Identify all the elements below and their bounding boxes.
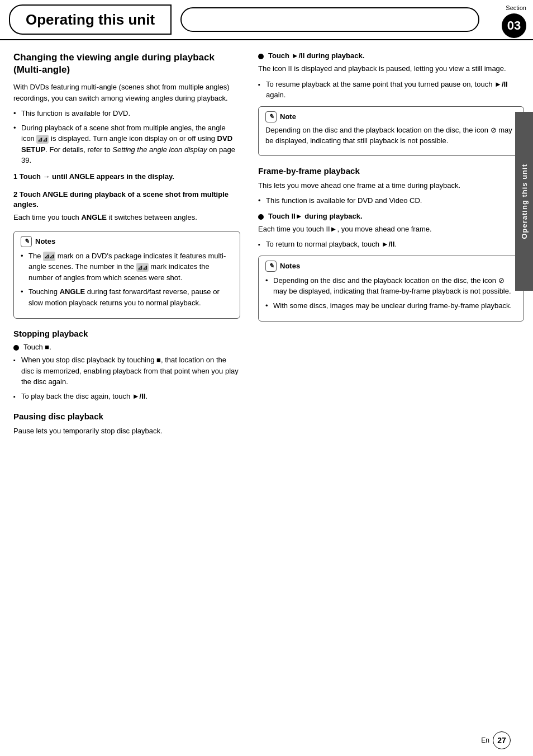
frame-square-list: To return to normal playback, touch ►/II…: [258, 239, 524, 250]
list-item: Touching ANGLE during fast forward/fast …: [21, 286, 233, 308]
notes-icon2: ✎: [265, 261, 277, 272]
frame-circle-text: Touch II► during playback.: [268, 212, 363, 220]
frame-intro: This lets you move ahead one frame at a …: [258, 180, 524, 191]
list-item: The ⊿⊿ mark on a DVD's package indicates…: [21, 251, 233, 284]
section1-heading: Changing the viewing angle during playba…: [13, 51, 240, 76]
pause-circle-text: Touch ►/II during playback.: [268, 51, 364, 60]
list-item: To resume playback at the same point tha…: [258, 79, 524, 101]
step2: 2 Touch ANGLE during playback of a scene…: [13, 190, 240, 223]
main-content: Changing the viewing angle during playba…: [0, 40, 533, 452]
bullet-dot: [258, 54, 264, 59]
footer-lang: En: [481, 736, 489, 744]
left-column: Changing the viewing angle during playba…: [13, 51, 254, 441]
list-item: Depending on the disc and the playback l…: [265, 275, 517, 297]
section1-notes-box: ✎ Notes The ⊿⊿ mark on a DVD's package i…: [13, 231, 240, 319]
frame-bullets: This function is available for DVD and V…: [258, 195, 524, 206]
header-center-pill: [180, 7, 479, 32]
footer-page-number: 27: [493, 731, 511, 749]
step1: 1 Touch → until ANGLE appears in the dis…: [13, 172, 240, 182]
list-item: When you stop disc playback by touching …: [13, 355, 240, 388]
frame-notes-list: Depending on the disc and the playback l…: [265, 275, 517, 311]
list-item: This function is available for DVD.: [13, 108, 240, 119]
stop-circle-bullet: Touch ■.: [13, 343, 240, 351]
section1-bullets: This function is available for DVD. Duri…: [13, 108, 240, 166]
section2-square-list: When you stop disc playback by touching …: [13, 355, 240, 401]
list-item: This function is available for DVD and V…: [258, 195, 524, 206]
page-title: Operating this unit: [26, 11, 155, 29]
step2-heading: 2 Touch ANGLE during playback of a scene…: [13, 190, 240, 210]
section-label: Section: [506, 4, 526, 11]
bullet-dot: [13, 345, 19, 351]
pause-note-title: ✎ Note: [265, 111, 517, 122]
section1-notes-list: The ⊿⊿ mark on a DVD's package indicates…: [21, 251, 233, 309]
header-center: [172, 0, 488, 39]
angle-icon-small2: ⊿⊿: [136, 263, 149, 272]
pause-circle-bullet: Touch ►/II during playback.: [258, 51, 524, 60]
angle-icon-small: ⊿⊿: [43, 252, 55, 261]
list-item: During playback of a scene shot from mul…: [13, 122, 240, 166]
page-footer: En 27: [481, 731, 511, 749]
note-icon: ✎: [265, 111, 277, 122]
frame-body1: Each time you touch II►, you move ahead …: [258, 224, 524, 235]
section-number: 03: [502, 13, 526, 38]
step1-heading: 1 Touch → until ANGLE appears in the dis…: [13, 172, 240, 182]
page-header: Operating this unit Section 03: [0, 0, 533, 40]
list-item: With some discs, images may be unclear d…: [265, 300, 517, 311]
notes-icon: ✎: [21, 236, 32, 247]
pause-body1: The icon II is displayed and playback is…: [258, 63, 524, 74]
pause-note-box: ✎ Note Depending on the disc and the pla…: [258, 106, 524, 156]
frame-notes-box: ✎ Notes Depending on the disc and the pl…: [258, 256, 524, 322]
right-column: Touch ►/II during playback. The icon II …: [254, 51, 524, 441]
bullet-dot: [258, 214, 264, 220]
frame-notes-title: ✎ Notes: [265, 261, 517, 272]
section1-intro: With DVDs featuring multi-angle (scenes …: [13, 82, 240, 103]
frame-section-heading: Frame-by-frame playback: [258, 166, 524, 176]
section2-heading: Stopping playback: [13, 329, 240, 338]
section1-notes-title: ✎ Notes: [21, 236, 233, 247]
section3-heading: Pausing disc playback: [13, 412, 240, 421]
section3-intro: Pause lets you temporarily stop disc pla…: [13, 426, 240, 437]
frame-circle-bullet: Touch II► during playback.: [258, 212, 524, 220]
list-item: To return to normal playback, touch ►/II…: [258, 239, 524, 250]
step2-body: Each time you touch ANGLE it switches be…: [13, 212, 240, 223]
title-pill: Operating this unit: [9, 4, 172, 35]
header-right: Section 03: [488, 0, 533, 39]
angle-icon: ⊿⊿: [36, 135, 49, 144]
pause-square-list: To resume playback at the same point tha…: [258, 79, 524, 101]
pause-note-body: Depending on the disc and the playback l…: [265, 125, 517, 147]
list-item: To play back the disc again, touch ►/II.: [13, 391, 240, 402]
stop-circle-text: Touch ■.: [23, 343, 51, 351]
